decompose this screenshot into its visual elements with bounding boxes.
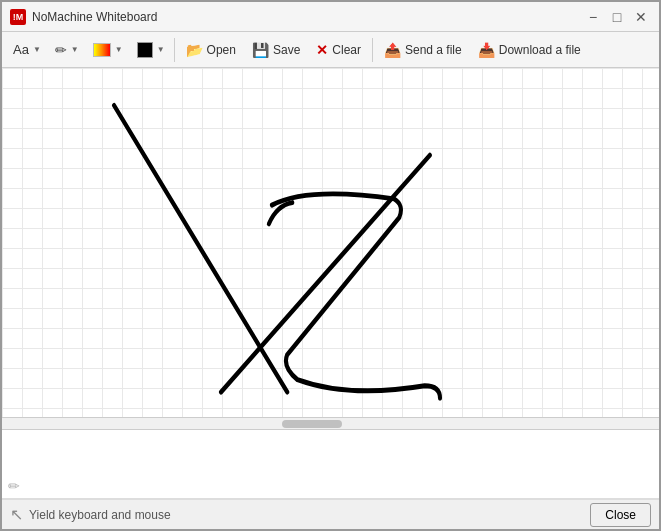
color-dropdown-arrow: ▼ xyxy=(157,45,165,54)
font-button[interactable]: Aa ▼ xyxy=(6,36,46,64)
bottom-panel: ✏ ↖ Yield keyboard and mouse Close xyxy=(2,429,659,529)
maximize-button[interactable]: □ xyxy=(607,7,627,27)
title-controls: − □ ✕ xyxy=(583,7,651,27)
main-area: ✏ ↖ Yield keyboard and mouse Close xyxy=(2,68,659,529)
send-icon: 📤 xyxy=(384,42,401,58)
download-icon: 📥 xyxy=(478,42,495,58)
save-icon: 💾 xyxy=(252,42,269,58)
pen-dropdown-arrow: ▼ xyxy=(71,45,79,54)
send-file-button[interactable]: 📤 Send a file xyxy=(377,36,469,64)
canvas-area[interactable] xyxy=(2,68,659,417)
clear-icon: ✕ xyxy=(316,42,328,58)
cursor-icon: ↖ xyxy=(10,505,23,524)
pen-button[interactable]: ✏ ▼ xyxy=(48,36,84,64)
open-button[interactable]: 📂 Open xyxy=(179,36,243,64)
font-label: Aa xyxy=(13,42,29,57)
window-close-button[interactable]: ✕ xyxy=(631,7,651,27)
horizontal-scrollbar[interactable] xyxy=(2,417,659,429)
window: !M NoMachine Whiteboard − □ ✕ Aa ▼ ✏ ▼ ▼… xyxy=(0,0,661,531)
highlight-button[interactable]: ▼ xyxy=(86,36,128,64)
open-icon: 📂 xyxy=(186,42,203,58)
close-button[interactable]: Close xyxy=(590,503,651,527)
open-label: Open xyxy=(207,43,236,57)
separator-1 xyxy=(174,38,175,62)
app-icon: !M xyxy=(10,9,26,25)
separator-2 xyxy=(372,38,373,62)
font-dropdown-arrow: ▼ xyxy=(33,45,41,54)
title-bar: !M NoMachine Whiteboard − □ ✕ xyxy=(2,2,659,32)
toolbar: Aa ▼ ✏ ▼ ▼ ▼ 📂 Open 💾 Save xyxy=(2,32,659,68)
color-swatch xyxy=(137,42,153,58)
save-button[interactable]: 💾 Save xyxy=(245,36,307,64)
status-text: Yield keyboard and mouse xyxy=(29,508,590,522)
status-bar: ↖ Yield keyboard and mouse Close xyxy=(2,499,659,529)
highlight-icon xyxy=(93,43,111,57)
color-button[interactable]: ▼ xyxy=(130,36,170,64)
download-file-button[interactable]: 📥 Download a file xyxy=(471,36,588,64)
highlight-dropdown-arrow: ▼ xyxy=(115,45,123,54)
text-input-area[interactable]: ✏ xyxy=(2,430,659,499)
window-title: NoMachine Whiteboard xyxy=(32,10,583,24)
scroll-thumb-horizontal[interactable] xyxy=(282,420,342,428)
pencil-icon: ✏ xyxy=(8,478,20,494)
clear-button[interactable]: ✕ Clear xyxy=(309,36,368,64)
download-label: Download a file xyxy=(499,43,581,57)
drawing-canvas[interactable] xyxy=(2,68,659,417)
pen-icon: ✏ xyxy=(55,42,67,58)
minimize-button[interactable]: − xyxy=(583,7,603,27)
send-label: Send a file xyxy=(405,43,462,57)
clear-label: Clear xyxy=(332,43,361,57)
save-label: Save xyxy=(273,43,300,57)
